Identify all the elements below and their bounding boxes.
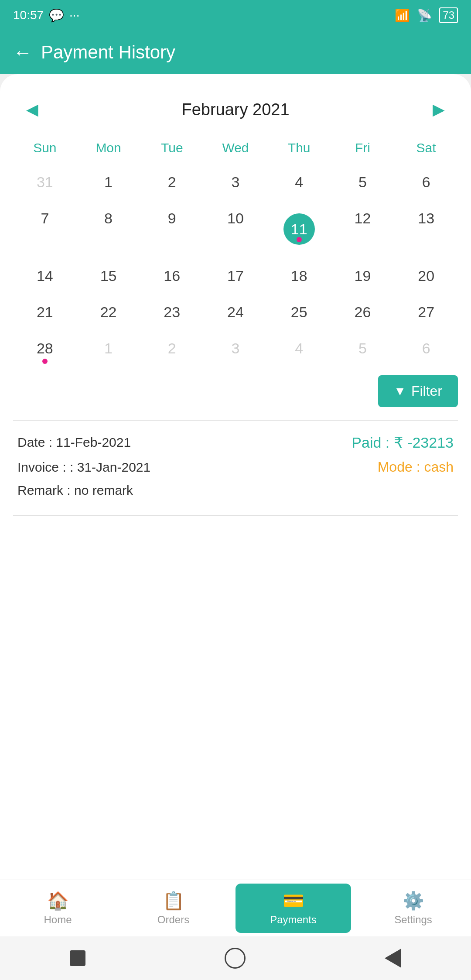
calendar-day[interactable]: 25 <box>267 294 331 330</box>
calendar-week-0: 31123456 <box>13 164 458 200</box>
calendar-day[interactable]: 2 <box>140 330 204 367</box>
payment-record: Date : 11-Feb-2021 Paid : ₹ -23213 Invoi… <box>13 425 458 507</box>
prev-month-button[interactable]: ◀ <box>22 96 43 123</box>
filter-button[interactable]: ▼ Filter <box>378 375 458 407</box>
calendar-day[interactable]: 2 <box>140 164 204 200</box>
calendar-day[interactable]: 6 <box>394 164 458 200</box>
calendar-day[interactable]: 14 <box>13 258 77 294</box>
calendar-day[interactable]: 1 <box>77 164 140 200</box>
calendar-grid: Sun Mon Tue Wed Thu Fri Sat 311234567891… <box>13 136 458 367</box>
payments-icon: 💳 <box>283 891 304 911</box>
filter-label: Filter <box>411 383 442 399</box>
payment-date-row: Date : 11-Feb-2021 Paid : ₹ -23213 <box>17 434 454 451</box>
calendar-day[interactable]: 4 <box>267 330 331 367</box>
more-icon: ··· <box>69 8 79 22</box>
nav-item-settings[interactable]: ⚙️ Settings <box>355 891 471 926</box>
day-header-fri: Fri <box>331 136 395 160</box>
calendar-day[interactable]: 28 <box>13 330 77 367</box>
top-divider <box>13 420 458 421</box>
nav-label-orders: Orders <box>157 914 189 926</box>
calendar-day[interactable]: 8 <box>77 200 140 258</box>
selected-day: 11 <box>283 213 315 245</box>
calendar-day[interactable]: 15 <box>77 258 140 294</box>
nav-item-home[interactable]: 🏠 Home <box>0 891 116 926</box>
calendar-day[interactable]: 5 <box>331 164 395 200</box>
payment-date-label: Date : 11-Feb-2021 <box>17 435 131 450</box>
calendar-month-title: February 2021 <box>181 100 289 119</box>
nav-label-home: Home <box>44 914 72 926</box>
calendar-day[interactable]: 3 <box>204 164 267 200</box>
calendar-day[interactable]: 9 <box>140 200 204 258</box>
calendar-week-1: 78910111213 <box>13 200 458 258</box>
system-nav <box>0 936 471 980</box>
calendar-week-4: 28123456 <box>13 330 458 367</box>
calendar-day[interactable]: 16 <box>140 258 204 294</box>
message-icon: 💬 <box>49 8 64 23</box>
calendar-weeks: 3112345678910111213141516171819202122232… <box>13 164 458 367</box>
filter-icon: ▼ <box>394 384 406 398</box>
calendar-day[interactable]: 13 <box>394 200 458 258</box>
payment-paid-value: Paid : ₹ -23213 <box>352 434 454 451</box>
day-header-tue: Tue <box>140 136 204 160</box>
calendar-day[interactable]: 23 <box>140 294 204 330</box>
back-button[interactable]: ← <box>13 41 32 63</box>
status-time: 10:57 <box>13 8 44 22</box>
home-icon: 🏠 <box>47 891 69 911</box>
bottom-content-divider <box>13 515 458 516</box>
calendar-day[interactable]: 20 <box>394 258 458 294</box>
battery-icon: 73 <box>439 7 458 23</box>
calendar-day[interactable]: 3 <box>204 330 267 367</box>
bottom-nav: 🏠 Home 📋 Orders 💳 Payments ⚙️ Settings <box>0 880 471 936</box>
calendar-day[interactable]: 27 <box>394 294 458 330</box>
main-content: ◀ February 2021 ▶ Sun Mon Tue Wed Thu Fr… <box>0 74 471 910</box>
filter-section: ▼ Filter <box>13 371 458 416</box>
calendar-days-header: Sun Mon Tue Wed Thu Fri Sat <box>13 136 458 160</box>
calendar-header: ◀ February 2021 ▶ <box>13 92 458 136</box>
calendar-day[interactable]: 1 <box>77 330 140 367</box>
wifi-icon: 📡 <box>417 8 432 23</box>
day-header-wed: Wed <box>204 136 267 160</box>
status-left: 10:57 💬 ··· <box>13 8 79 23</box>
calendar-day[interactable]: 11 <box>267 200 331 258</box>
day-header-sat: Sat <box>394 136 458 160</box>
calendar-day[interactable]: 19 <box>331 258 395 294</box>
calendar-day[interactable]: 31 <box>13 164 77 200</box>
calendar-day[interactable]: 6 <box>394 330 458 367</box>
settings-icon: ⚙️ <box>403 891 424 911</box>
calendar-day[interactable]: 22 <box>77 294 140 330</box>
calendar: ◀ February 2021 ▶ Sun Mon Tue Wed Thu Fr… <box>13 87 458 371</box>
page-title: Payment History <box>41 42 175 63</box>
nav-label-payments: Payments <box>270 914 317 926</box>
calendar-day[interactable]: 18 <box>267 258 331 294</box>
calendar-week-3: 21222324252627 <box>13 294 458 330</box>
calendar-week-2: 14151617181920 <box>13 258 458 294</box>
calendar-day[interactable]: 21 <box>13 294 77 330</box>
next-month-button[interactable]: ▶ <box>428 96 449 123</box>
calendar-day[interactable]: 4 <box>267 164 331 200</box>
status-right: 📶 📡 73 <box>395 7 458 23</box>
payment-mode-value: Mode : cash <box>378 459 454 475</box>
page-header: ← Payment History <box>0 31 471 74</box>
calendar-day[interactable]: 26 <box>331 294 395 330</box>
calendar-day[interactable]: 17 <box>204 258 267 294</box>
nav-label-settings: Settings <box>394 914 432 926</box>
payment-invoice-row: Invoice : : 31-Jan-2021 Mode : cash <box>17 459 454 475</box>
calendar-day[interactable]: 7 <box>13 200 77 258</box>
nav-item-orders[interactable]: 📋 Orders <box>116 891 231 926</box>
payment-invoice-label: Invoice : : 31-Jan-2021 <box>17 460 150 475</box>
calendar-day[interactable]: 5 <box>331 330 395 367</box>
calendar-day[interactable]: 10 <box>204 200 267 258</box>
sys-triangle-button[interactable] <box>385 949 401 968</box>
day-header-thu: Thu <box>267 136 331 160</box>
orders-icon: 📋 <box>163 891 184 911</box>
payment-remark: Remark : no remark <box>17 483 454 498</box>
status-bar: 10:57 💬 ··· 📶 📡 73 <box>0 0 471 31</box>
signal-icon: 📶 <box>395 8 410 23</box>
day-header-sun: Sun <box>13 136 77 160</box>
sys-square-button[interactable] <box>70 950 85 966</box>
calendar-day[interactable]: 12 <box>331 200 395 258</box>
sys-circle-button[interactable] <box>225 948 246 969</box>
nav-item-payments[interactable]: 💳 Payments <box>236 884 351 933</box>
day-header-mon: Mon <box>77 136 140 160</box>
calendar-day[interactable]: 24 <box>204 294 267 330</box>
